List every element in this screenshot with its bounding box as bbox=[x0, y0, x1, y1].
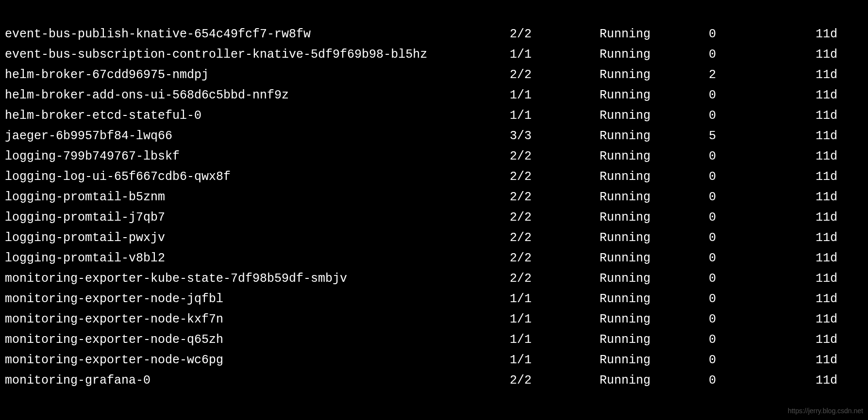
pod-name: event-bus-subscription-controller-knativ… bbox=[5, 45, 510, 65]
pod-ready: 2/2 bbox=[510, 187, 600, 208]
pod-row[interactable]: monitoring-exporter-kube-state-7df98b59d… bbox=[5, 269, 863, 289]
kubectl-pod-list[interactable]: event-bus-publish-knative-654c49fcf7-rw8… bbox=[5, 4, 863, 391]
pod-row[interactable]: logging-799b749767-lbskf2/2Running011d bbox=[5, 146, 863, 167]
pod-row[interactable]: logging-promtail-b5znm2/2Running011d bbox=[5, 187, 863, 208]
pod-status: Running bbox=[600, 85, 709, 106]
pod-status: Running bbox=[600, 65, 709, 85]
pod-age: 11d bbox=[816, 309, 864, 330]
pod-restarts: 0 bbox=[709, 45, 816, 65]
pod-ready: 1/1 bbox=[510, 85, 600, 106]
pod-row[interactable]: logging-promtail-v8bl22/2Running011d bbox=[5, 248, 863, 269]
pod-row[interactable]: monitoring-exporter-node-kxf7n1/1Running… bbox=[5, 309, 863, 330]
pod-row[interactable]: monitoring-exporter-node-jqfbl1/1Running… bbox=[5, 289, 863, 309]
pod-restarts: 0 bbox=[709, 146, 816, 167]
pod-row[interactable]: logging-promtail-pwxjv2/2Running011d bbox=[5, 228, 863, 248]
pod-row[interactable]: monitoring-grafana-02/2Running011d bbox=[5, 371, 863, 391]
pod-ready: 1/1 bbox=[510, 350, 600, 371]
pod-restarts: 0 bbox=[709, 167, 816, 187]
pod-status: Running bbox=[600, 269, 709, 289]
pod-status: Running bbox=[600, 228, 709, 248]
pod-row[interactable]: jaeger-6b9957bf84-lwq663/3Running511d bbox=[5, 126, 863, 146]
pod-status: Running bbox=[600, 371, 709, 391]
pod-status: Running bbox=[600, 106, 709, 126]
pod-ready: 1/1 bbox=[510, 106, 600, 126]
pod-name: helm-broker-add-ons-ui-568d6c5bbd-nnf9z bbox=[5, 85, 510, 106]
watermark-text: https://jerry.blog.csdn.net bbox=[788, 405, 863, 417]
pod-status: Running bbox=[600, 187, 709, 208]
pod-status: Running bbox=[600, 309, 709, 330]
pod-age: 11d bbox=[816, 146, 864, 167]
pod-name: jaeger-6b9957bf84-lwq66 bbox=[5, 126, 510, 146]
pod-restarts: 0 bbox=[709, 85, 816, 106]
pod-row[interactable]: logging-log-ui-65f667cdb6-qwx8f2/2Runnin… bbox=[5, 167, 863, 187]
pod-row[interactable]: monitoring-exporter-node-q65zh1/1Running… bbox=[5, 330, 863, 350]
pod-name: logging-log-ui-65f667cdb6-qwx8f bbox=[5, 167, 510, 187]
pod-restarts: 0 bbox=[709, 371, 816, 391]
pod-ready: 3/3 bbox=[510, 126, 600, 146]
pod-ready: 2/2 bbox=[510, 269, 600, 289]
pod-ready: 1/1 bbox=[510, 330, 600, 350]
pod-age: 11d bbox=[816, 65, 864, 85]
pod-age: 11d bbox=[816, 350, 864, 371]
pod-restarts: 0 bbox=[709, 208, 816, 228]
pod-ready: 1/1 bbox=[510, 309, 600, 330]
pod-name: event-bus-publish-knative-654c49fcf7-rw8… bbox=[5, 24, 510, 45]
pod-restarts: 0 bbox=[709, 269, 816, 289]
pod-restarts: 2 bbox=[709, 65, 816, 85]
pod-row[interactable]: logging-promtail-j7qb72/2Running011d bbox=[5, 208, 863, 228]
pod-name: monitoring-grafana-0 bbox=[5, 371, 510, 391]
pod-ready: 2/2 bbox=[510, 146, 600, 167]
pod-name: monitoring-exporter-node-q65zh bbox=[5, 330, 510, 350]
pod-restarts: 0 bbox=[709, 106, 816, 126]
pod-status: Running bbox=[600, 350, 709, 371]
pod-name: helm-broker-67cdd96975-nmdpj bbox=[5, 65, 510, 85]
pod-restarts: 0 bbox=[709, 187, 816, 208]
pod-ready: 2/2 bbox=[510, 371, 600, 391]
pod-status: Running bbox=[600, 330, 709, 350]
pod-name: helm-broker-etcd-stateful-0 bbox=[5, 106, 510, 126]
pod-row[interactable]: helm-broker-etcd-stateful-01/1Running011… bbox=[5, 106, 863, 126]
pod-age: 11d bbox=[816, 187, 864, 208]
pod-row[interactable]: helm-broker-67cdd96975-nmdpj2/2Running21… bbox=[5, 65, 863, 85]
pod-row[interactable]: event-bus-subscription-controller-knativ… bbox=[5, 45, 863, 65]
pod-name: logging-promtail-j7qb7 bbox=[5, 208, 510, 228]
pod-age: 11d bbox=[816, 167, 864, 187]
pod-restarts: 0 bbox=[709, 350, 816, 371]
pod-name: monitoring-exporter-kube-state-7df98b59d… bbox=[5, 269, 510, 289]
pod-age: 11d bbox=[816, 106, 864, 126]
pod-restarts: 0 bbox=[709, 228, 816, 248]
pod-ready: 1/1 bbox=[510, 289, 600, 309]
pod-status: Running bbox=[600, 126, 709, 146]
pod-name: monitoring-exporter-node-wc6pg bbox=[5, 350, 510, 371]
pod-age: 11d bbox=[816, 45, 864, 65]
pod-age: 11d bbox=[816, 330, 864, 350]
pod-age: 11d bbox=[816, 371, 864, 391]
pod-ready: 2/2 bbox=[510, 65, 600, 85]
pod-status: Running bbox=[600, 45, 709, 65]
pod-row[interactable]: monitoring-exporter-node-wc6pg1/1Running… bbox=[5, 350, 863, 371]
pod-age: 11d bbox=[816, 228, 864, 248]
pod-restarts: 0 bbox=[709, 309, 816, 330]
pod-ready: 2/2 bbox=[510, 167, 600, 187]
pod-ready: 2/2 bbox=[510, 208, 600, 228]
pod-status: Running bbox=[600, 146, 709, 167]
pod-restarts: 0 bbox=[709, 248, 816, 269]
pod-age: 11d bbox=[816, 289, 864, 309]
pod-name: monitoring-exporter-node-jqfbl bbox=[5, 289, 510, 309]
pod-name: logging-promtail-v8bl2 bbox=[5, 248, 510, 269]
pod-status: Running bbox=[600, 24, 709, 45]
pod-ready: 2/2 bbox=[510, 228, 600, 248]
pod-age: 11d bbox=[816, 208, 864, 228]
pod-age: 11d bbox=[816, 126, 864, 146]
pod-status: Running bbox=[600, 248, 709, 269]
pod-row[interactable]: helm-broker-add-ons-ui-568d6c5bbd-nnf9z1… bbox=[5, 85, 863, 106]
pod-ready: 1/1 bbox=[510, 45, 600, 65]
pod-age: 11d bbox=[816, 248, 864, 269]
pod-age: 11d bbox=[816, 269, 864, 289]
pod-name: monitoring-exporter-node-kxf7n bbox=[5, 309, 510, 330]
pod-status: Running bbox=[600, 289, 709, 309]
pod-name: logging-promtail-b5znm bbox=[5, 187, 510, 208]
pod-row[interactable]: event-bus-publish-knative-654c49fcf7-rw8… bbox=[5, 24, 863, 45]
pod-name: logging-promtail-pwxjv bbox=[5, 228, 510, 248]
pod-restarts: 5 bbox=[709, 126, 816, 146]
